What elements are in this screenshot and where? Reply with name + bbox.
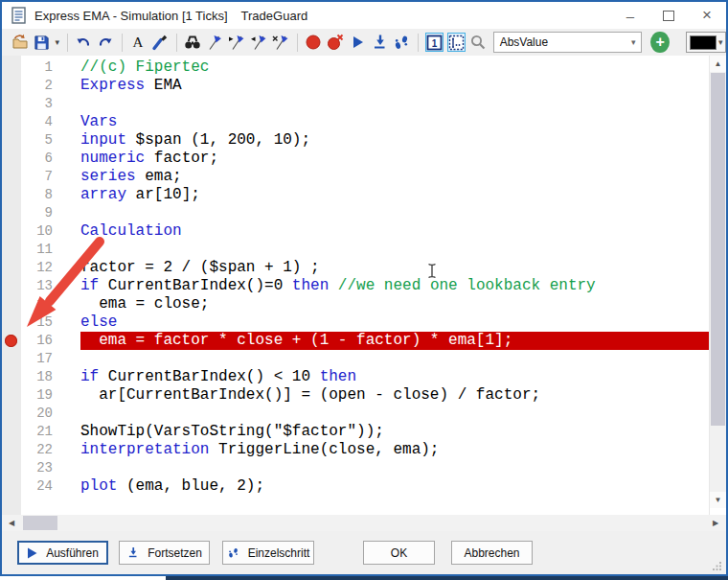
vertical-scrollbar[interactable]: ▲ ▼ bbox=[709, 56, 726, 515]
minimize-button[interactable]: – bbox=[611, 3, 649, 28]
abbrechen-button[interactable]: Abbrechen bbox=[451, 541, 533, 565]
step-icon bbox=[227, 546, 239, 559]
line-number[interactable]: 15 bbox=[2, 313, 53, 332]
code-line[interactable]: 11 bbox=[2, 241, 709, 259]
fortsetzen-button[interactable]: Fortsetzen bbox=[119, 541, 210, 565]
line-number[interactable]: 12 bbox=[2, 259, 53, 277]
line-number[interactable]: 20 bbox=[2, 405, 53, 423]
previous-bookmark-button[interactable] bbox=[249, 32, 269, 53]
line-number[interactable]: 8 bbox=[2, 186, 53, 204]
line-number[interactable]: 11 bbox=[2, 241, 53, 259]
open-file-button[interactable] bbox=[10, 32, 30, 53]
line-number[interactable]: 22 bbox=[2, 441, 53, 459]
code-line[interactable]: 7series ema; bbox=[2, 168, 709, 186]
line-number[interactable]: 5 bbox=[2, 131, 53, 150]
find-button[interactable] bbox=[183, 32, 203, 53]
next-bookmark-button[interactable] bbox=[227, 32, 247, 53]
whitespace-toggle[interactable] bbox=[447, 33, 466, 52]
save-button[interactable] bbox=[32, 32, 52, 53]
line-number[interactable]: 6 bbox=[2, 150, 53, 168]
vertical-scroll-thumb[interactable] bbox=[711, 73, 725, 426]
code-line[interactable]: 16 ema = factor * close + (1 - factor) *… bbox=[2, 332, 709, 350]
maximize-button[interactable] bbox=[649, 3, 688, 28]
clear-breakpoints-button[interactable] bbox=[326, 32, 346, 53]
code-line[interactable]: 6numeric factor; bbox=[2, 150, 709, 168]
line-number[interactable]: 23 bbox=[2, 459, 53, 477]
line-number[interactable]: 3 bbox=[2, 95, 53, 113]
horizontal-scrollbar[interactable]: ◀ ▶ bbox=[2, 515, 726, 531]
line-number[interactable]: 18 bbox=[2, 368, 53, 386]
code-line[interactable]: 12factor = 2 / ($span + 1) ; bbox=[2, 259, 709, 277]
line-number[interactable]: 17 bbox=[2, 350, 53, 368]
code-line[interactable]: 5input $span (1, 200, 10); bbox=[2, 131, 709, 150]
line-number[interactable]: 19 bbox=[2, 386, 53, 405]
code-line[interactable]: 21ShowTip(VarsToString("$factor")); bbox=[2, 423, 709, 441]
code-line[interactable]: 2Express EMA bbox=[2, 77, 709, 95]
scroll-down-arrow-icon[interactable]: ▼ bbox=[710, 492, 726, 508]
run-to-cursor-button[interactable] bbox=[370, 32, 390, 53]
code-editor[interactable]: 1//(c) Fipertec2Express EMA34Vars5input … bbox=[2, 56, 709, 515]
line-number[interactable]: 24 bbox=[2, 477, 53, 496]
code-text bbox=[80, 459, 709, 477]
ausfuehren-button[interactable]: Ausführen bbox=[17, 541, 108, 565]
line-number[interactable]: 2 bbox=[2, 77, 53, 95]
scroll-right-arrow-icon[interactable]: ▶ bbox=[708, 515, 723, 531]
code-line[interactable]: 23 bbox=[2, 459, 709, 477]
app-name: TradeGuard bbox=[241, 9, 308, 23]
code-line[interactable]: 4Vars bbox=[2, 113, 709, 131]
previous-bookmark-icon bbox=[250, 34, 267, 51]
redo-button[interactable] bbox=[96, 32, 116, 53]
scroll-left-arrow-icon[interactable]: ◀ bbox=[4, 515, 19, 531]
add-button[interactable]: + bbox=[650, 32, 669, 53]
clear-bookmarks-button[interactable] bbox=[271, 32, 291, 53]
einzelschritt-button[interactable]: Einzelschritt bbox=[222, 541, 314, 565]
code-line[interactable]: 14 ema = close; bbox=[2, 295, 709, 313]
code-line[interactable]: 17 bbox=[2, 350, 709, 368]
run-button[interactable] bbox=[348, 32, 368, 53]
function-combobox[interactable]: AbsValue ▾ bbox=[493, 32, 643, 53]
button-label: Ausführen bbox=[46, 546, 99, 560]
code-line[interactable]: 8array ar[10]; bbox=[2, 186, 709, 204]
line-numbers-toggle[interactable]: 1 bbox=[425, 33, 444, 52]
breakpoint-dot[interactable] bbox=[5, 335, 17, 347]
color-picker-button[interactable]: ▾ bbox=[686, 32, 726, 53]
scrollbar-corner bbox=[710, 508, 726, 515]
code-line[interactable]: 10Calculation bbox=[2, 222, 709, 241]
line-number[interactable]: 13 bbox=[2, 277, 53, 295]
undo-icon bbox=[75, 34, 92, 51]
zoom-button[interactable] bbox=[468, 32, 489, 53]
undo-button[interactable] bbox=[74, 32, 94, 53]
line-number[interactable]: 14 bbox=[2, 295, 53, 313]
code-line[interactable]: 19 ar[CurrentBarIndex()] = (open - close… bbox=[2, 386, 709, 405]
toggle-bookmark-button[interactable] bbox=[205, 32, 225, 53]
toolbar-separator bbox=[418, 34, 419, 52]
toggle-breakpoint-button[interactable] bbox=[304, 32, 324, 53]
line-number[interactable]: 1 bbox=[2, 58, 53, 77]
close-button[interactable]: × bbox=[688, 3, 726, 28]
line-number[interactable]: 9 bbox=[2, 204, 53, 222]
line-number[interactable]: 7 bbox=[2, 168, 53, 186]
line-number[interactable]: 10 bbox=[2, 222, 53, 241]
ok-button[interactable]: OK bbox=[363, 541, 435, 565]
code-line[interactable]: 24plot (ema, blue, 2); bbox=[2, 477, 709, 496]
save-dropdown-button[interactable]: ▾ bbox=[53, 32, 62, 53]
background-strip bbox=[0, 576, 728, 580]
code-line[interactable]: 1//(c) Fipertec bbox=[2, 58, 709, 77]
horizontal-scroll-thumb[interactable] bbox=[23, 516, 57, 530]
line-number[interactable]: 21 bbox=[2, 423, 53, 441]
code-line[interactable]: 3 bbox=[2, 95, 709, 113]
single-step-button[interactable] bbox=[392, 32, 412, 53]
breakpoint-icon bbox=[305, 34, 322, 51]
code-line[interactable]: 13if CurrentBarIndex()=0 then //we need … bbox=[2, 277, 709, 295]
svg-text:A: A bbox=[133, 35, 144, 50]
code-line[interactable]: 20 bbox=[2, 405, 709, 423]
code-line[interactable]: 18if CurrentBarIndex() < 10 then bbox=[2, 368, 709, 386]
line-number[interactable]: 4 bbox=[2, 113, 53, 131]
code-line[interactable]: 22interpretation TriggerLine(close, ema)… bbox=[2, 441, 709, 459]
highlight-brush-button[interactable] bbox=[150, 32, 171, 53]
font-button[interactable]: A bbox=[128, 32, 148, 53]
resize-grip[interactable] bbox=[713, 561, 722, 570]
code-line[interactable]: 9 bbox=[2, 204, 709, 222]
code-line[interactable]: 15else bbox=[2, 313, 709, 332]
scroll-up-arrow-icon[interactable]: ▲ bbox=[710, 56, 726, 72]
